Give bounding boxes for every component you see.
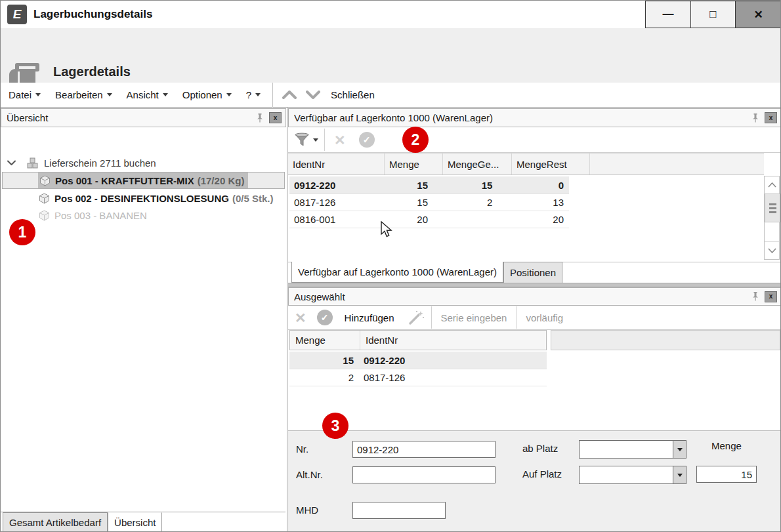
alt-nr-label: Alt.Nr. xyxy=(296,469,323,480)
tab-positionen[interactable]: Positionen xyxy=(503,262,562,283)
tree-item-label: Pos 003 - BANANEN xyxy=(54,210,147,221)
close-button[interactable]: ✕ xyxy=(736,1,781,28)
column-header-identnr[interactable]: IdentNr xyxy=(360,331,546,350)
mouse-cursor xyxy=(380,221,394,238)
selected-panel-title: Ausgewählt xyxy=(294,291,345,302)
auf-platz-label: Auf Platz xyxy=(522,468,562,480)
alt-nr-field[interactable] xyxy=(352,466,496,483)
column-header-mengerest[interactable]: MengeRest xyxy=(512,153,590,174)
page-title: Lagerdetails xyxy=(53,64,131,79)
menu-hilfe[interactable]: ? xyxy=(245,89,262,100)
navigate-down-button[interactable] xyxy=(306,91,320,99)
navigate-up-button[interactable] xyxy=(282,91,297,99)
nr-field[interactable] xyxy=(352,441,496,458)
app-window: E Lagerbuchungsdetails — □ ✕ Lagerdetail… xyxy=(0,0,781,532)
pin-icon[interactable] xyxy=(750,113,761,123)
selected-table-header-filler xyxy=(551,330,780,350)
table-row[interactable]: 0816-001 20 20 xyxy=(289,211,569,228)
cell-menge: 15 xyxy=(289,352,358,369)
column-header-mengege[interactable]: MengeGe... xyxy=(443,153,512,174)
tree-root-lieferschein[interactable]: Lieferschein 2711 buchen xyxy=(1,154,285,171)
dropdown-button[interactable] xyxy=(673,441,686,458)
chevron-down-icon xyxy=(677,448,683,451)
schliessen-button[interactable]: Schließen xyxy=(331,89,375,100)
mhd-label: MHD xyxy=(296,504,318,516)
auf-platz-select[interactable] xyxy=(579,466,686,484)
annotation-badge-2: 2 xyxy=(402,127,429,153)
ab-platz-value xyxy=(580,441,673,458)
confirm-icon[interactable]: ✓ xyxy=(317,310,333,325)
chevron-down-icon xyxy=(163,93,168,96)
scroll-up-button[interactable] xyxy=(765,176,779,194)
ab-platz-select[interactable] xyxy=(579,440,686,459)
menu-datei[interactable]: Datei xyxy=(7,89,42,100)
tree-item-label: Pos 001 - KRAFTFUTTER-MIX xyxy=(55,175,194,186)
menu-optionen[interactable]: Optionen xyxy=(181,89,233,100)
magic-wand-icon[interactable] xyxy=(408,310,425,325)
annotation-badge-3: 3 xyxy=(322,413,348,439)
tab-gesamt-artikelbedarf[interactable]: Gesamt Artikelbedarf xyxy=(3,512,108,532)
hinzufuegen-button[interactable]: Hinzufügen xyxy=(345,312,394,323)
serie-eingeben-button[interactable]: Serie eingeben xyxy=(441,312,507,323)
selected-table-header: Menge IdentNr xyxy=(289,330,547,350)
tree-item-pos-003[interactable]: Pos 003 - BANANEN xyxy=(2,207,285,224)
panel-close-icon[interactable]: x xyxy=(765,291,777,302)
table-row[interactable]: 0817-126 15 2 13 xyxy=(289,194,569,211)
auf-platz-value xyxy=(580,466,673,483)
tree-item-quantity: (0/5 Stk.) xyxy=(232,193,274,204)
confirm-icon[interactable]: ✓ xyxy=(359,132,375,148)
menu-ansicht[interactable]: Ansicht xyxy=(125,89,169,100)
pin-icon[interactable] xyxy=(255,113,265,123)
chevron-down-icon xyxy=(107,93,112,96)
horizontal-splitter[interactable] xyxy=(288,283,781,287)
column-header-menge[interactable]: Menge xyxy=(290,331,360,350)
window-title: Lagerbuchungsdetails xyxy=(33,1,152,28)
tree-item-pos-002[interactable]: Pos 002 - DESINFEKTIONSLOESUNG (0/5 Stk.… xyxy=(2,190,285,207)
cell-mengege xyxy=(433,211,497,228)
panel-close-icon[interactable]: x xyxy=(269,112,282,123)
maximize-button[interactable]: □ xyxy=(690,1,736,28)
menge-field[interactable] xyxy=(696,466,757,483)
available-panel-title: Verfügbar auf Lagerkonto 1000 (WarenLage… xyxy=(294,112,493,123)
tree-item-pos-001[interactable]: Pos 001 - KRAFTFUTTER-MIX (17/20 Kg) xyxy=(2,172,285,189)
table-row[interactable]: 0912-220 15 15 0 xyxy=(289,176,569,194)
mhd-field[interactable] xyxy=(352,502,446,519)
cell-mengerest: 0 xyxy=(497,176,569,194)
minimize-button[interactable]: — xyxy=(645,1,690,28)
dropdown-button[interactable] xyxy=(673,466,686,483)
available-panel-header: Verfügbar auf Lagerkonto 1000 (WarenLage… xyxy=(288,108,781,127)
pin-icon[interactable] xyxy=(750,291,761,302)
tab-uebersicht[interactable]: Übersicht xyxy=(108,512,162,532)
chevron-down-icon xyxy=(35,93,41,96)
cancel-icon[interactable]: ✕ xyxy=(334,133,346,147)
cell-mengerest: 20 xyxy=(497,211,569,228)
app-logo-icon: E xyxy=(7,5,27,24)
cell-menge: 2 xyxy=(289,369,358,386)
nr-label: Nr. xyxy=(296,443,308,455)
vorlaeufig-button[interactable]: vorläufig xyxy=(526,312,563,323)
vertical-scrollbar[interactable] xyxy=(764,176,780,260)
table-row[interactable]: 2 0817-126 xyxy=(289,369,547,386)
chevron-down-icon xyxy=(313,138,318,142)
vertical-splitter[interactable] xyxy=(287,108,287,532)
scrollbar-thumb[interactable] xyxy=(765,194,780,222)
column-header-filler xyxy=(590,153,764,174)
column-header-identnr[interactable]: IdentNr xyxy=(288,153,385,174)
table-row[interactable]: 15 0912-220 xyxy=(289,352,547,369)
panel-close-icon[interactable]: x xyxy=(765,112,777,123)
menu-bearbeiten[interactable]: Bearbeiten xyxy=(54,89,114,100)
menu-optionen-label: Optionen xyxy=(182,89,222,100)
column-header-menge[interactable]: Menge xyxy=(385,153,443,174)
tab-verfuegbar-lagerkonto[interactable]: Verfügbar auf Lagerkonto 1000 (WarenLage… xyxy=(291,262,503,283)
cancel-icon[interactable]: ✕ xyxy=(295,311,306,325)
cell-mengege: 15 xyxy=(433,176,497,194)
scroll-down-button[interactable] xyxy=(765,241,779,259)
cell-identnr: 0816-001 xyxy=(289,211,377,228)
box-icon xyxy=(39,210,50,221)
title-bar: E Lagerbuchungsdetails — □ ✕ xyxy=(1,1,781,28)
box-icon xyxy=(39,175,51,186)
chevron-down-icon xyxy=(306,91,320,99)
tree-item-label: Pos 002 - DESINFEKTIONSLOESUNG xyxy=(54,193,229,204)
cell-identnr: 0817-126 xyxy=(358,369,405,386)
filter-button[interactable] xyxy=(294,133,318,147)
